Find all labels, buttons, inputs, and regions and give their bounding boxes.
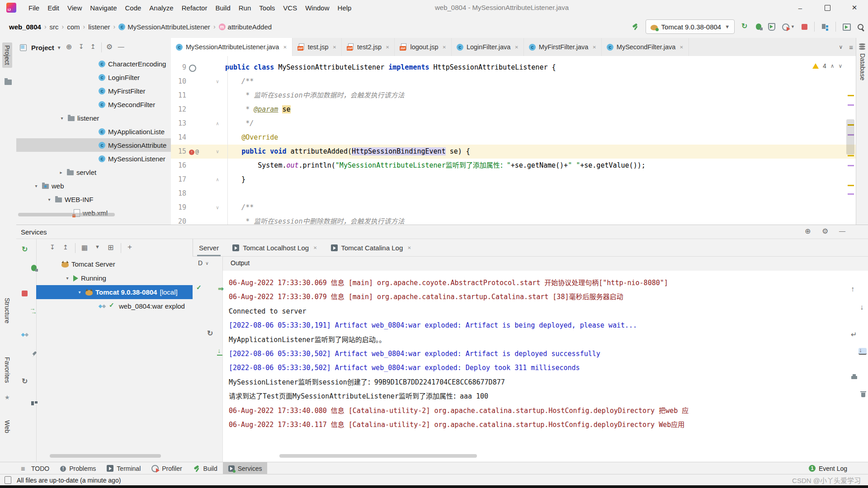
menu-run[interactable]: Run bbox=[235, 2, 255, 14]
menu-refactor[interactable]: Refactor bbox=[178, 2, 212, 14]
breadcrumb-item[interactable]: attributeAdded bbox=[219, 23, 272, 31]
editor-tab[interactable]: MySessionAttributeListener.java✕ bbox=[171, 38, 292, 56]
chevron-down-icon[interactable]: ▾ bbox=[76, 290, 83, 295]
menu-code[interactable]: Code bbox=[121, 2, 145, 14]
close-icon[interactable]: ✕ bbox=[443, 45, 446, 50]
hidden-tabs-chevron-icon[interactable]: ∨ bbox=[839, 44, 843, 50]
menu-tools[interactable]: Tools bbox=[255, 2, 279, 14]
stripe-project-tab[interactable]: Project bbox=[2, 42, 12, 68]
hide-panel-icon[interactable] bbox=[839, 228, 846, 235]
console-tab[interactable]: Server bbox=[199, 239, 219, 256]
toolwindow-build[interactable]: Build bbox=[188, 462, 223, 474]
clear-all-icon[interactable] bbox=[860, 391, 867, 398]
refresh-button[interactable] bbox=[22, 378, 29, 385]
log-output[interactable]: 06-Aug-2022 17:33:30.069 信息 [main] org.a… bbox=[222, 271, 847, 462]
toolwindow-services[interactable]: Services bbox=[223, 462, 268, 474]
stripe-structure-tab[interactable]: Structure bbox=[4, 298, 11, 324]
deployment-button[interactable] bbox=[22, 331, 29, 338]
project-tree-item[interactable]: CharacterEncoding bbox=[16, 57, 171, 70]
project-tree-item[interactable]: ▸servlet bbox=[16, 165, 171, 179]
project-tree-item[interactable]: MyApplicationListe bbox=[16, 125, 171, 138]
fold-marker[interactable]: ∧ bbox=[212, 117, 222, 131]
menu-window[interactable]: Window bbox=[301, 2, 333, 14]
project-tree-item[interactable]: ▾WEB-INF bbox=[16, 192, 171, 206]
console-tab[interactable]: Tomcat Localhost Log✕ bbox=[232, 239, 317, 256]
menu-view[interactable]: View bbox=[63, 2, 86, 14]
filter-icon[interactable] bbox=[94, 244, 102, 252]
project-tree-item[interactable]: ▾listener bbox=[16, 111, 171, 125]
breadcrumb-item[interactable]: src bbox=[50, 23, 59, 31]
gear-icon[interactable] bbox=[106, 44, 113, 51]
menu-navigate[interactable]: Navigate bbox=[86, 2, 121, 14]
project-tree-item[interactable]: MyFirstFilter bbox=[16, 84, 171, 98]
console-tab[interactable]: Tomcat Catalina Log✕ bbox=[331, 239, 411, 256]
editor-tab[interactable]: LoginFilter.java✕ bbox=[452, 38, 524, 56]
services-tree-item[interactable]: ▾Tomcat 9.0.38-0804 [local] bbox=[36, 285, 193, 299]
chevron-down-icon[interactable]: ▼ bbox=[791, 24, 795, 29]
editor-tab[interactable]: test2.jsp✕ bbox=[342, 38, 395, 56]
print-icon[interactable] bbox=[851, 374, 858, 381]
breadcrumb-item[interactable]: MySessionAttributeListener bbox=[118, 23, 210, 31]
hide-panel-icon[interactable] bbox=[118, 44, 125, 51]
stripe-database-tab[interactable]: Database bbox=[859, 53, 866, 80]
toolwindow-problems[interactable]: Problems bbox=[55, 462, 101, 474]
code-area[interactable]: 9public class MySessionAttributeListener… bbox=[171, 56, 856, 229]
tab-list-menu-icon[interactable]: ≡ bbox=[849, 43, 853, 51]
breadcrumb-item[interactable]: web_0804 bbox=[9, 23, 41, 31]
scroll-to-end-icon[interactable] bbox=[859, 348, 867, 355]
fold-marker[interactable]: ∨ bbox=[212, 75, 222, 89]
menu-analyze[interactable]: Analyze bbox=[145, 2, 177, 14]
close-icon[interactable]: ✕ bbox=[313, 245, 317, 250]
collapse-all-icon[interactable] bbox=[90, 44, 97, 51]
run-configuration-select[interactable]: Tomcat 9.0.38-0804 ▼ bbox=[646, 19, 735, 34]
scroll-down-icon[interactable] bbox=[217, 349, 222, 356]
fold-marker[interactable]: ∨ bbox=[212, 201, 222, 215]
add-service-frame-icon[interactable] bbox=[108, 244, 115, 252]
menu-file[interactable]: File bbox=[24, 2, 43, 14]
chevron-right-icon[interactable]: ▸ bbox=[58, 170, 64, 175]
stripe-favorites-tab[interactable]: Favorites bbox=[4, 357, 11, 383]
toolwindow-profiler[interactable]: Profiler bbox=[146, 462, 187, 474]
profiler-button[interactable] bbox=[782, 23, 789, 31]
fold-marker[interactable]: ∧ bbox=[212, 173, 222, 187]
stripe-web-tab[interactable]: Web bbox=[4, 420, 11, 433]
add-icon[interactable] bbox=[127, 244, 134, 252]
soft-wrap-icon[interactable] bbox=[851, 330, 858, 338]
next-problem-icon[interactable]: ∨ bbox=[839, 63, 843, 69]
close-icon[interactable]: ✕ bbox=[514, 45, 518, 50]
expand-all-icon[interactable] bbox=[78, 44, 85, 51]
refresh-icon[interactable] bbox=[207, 330, 214, 338]
close-icon[interactable]: ✕ bbox=[592, 45, 596, 50]
breadcrumb-item[interactable]: com bbox=[67, 23, 80, 31]
editor-tab[interactable]: MySecondFilter.java✕ bbox=[602, 38, 689, 56]
project-tree-item[interactable]: MySessionAttribute bbox=[16, 138, 171, 152]
inspection-widget[interactable]: 4 ∧ ∨ bbox=[812, 62, 842, 70]
project-tree-item[interactable]: MySessionListener bbox=[16, 152, 171, 165]
project-structure-button[interactable] bbox=[821, 23, 829, 30]
chevron-down-icon[interactable]: ▾ bbox=[33, 183, 39, 188]
menu-help[interactable]: Help bbox=[334, 2, 356, 14]
toolwindow-todo[interactable]: TODO bbox=[15, 462, 55, 474]
build-hammer-icon[interactable] bbox=[632, 23, 639, 30]
coverage-button[interactable] bbox=[768, 23, 775, 31]
services-tree-item[interactable]: web_0804:war explod bbox=[36, 299, 193, 313]
update-application-button[interactable] bbox=[29, 308, 37, 315]
search-everywhere-button[interactable] bbox=[858, 24, 863, 30]
toolwindow-terminal[interactable]: Terminal bbox=[101, 462, 146, 474]
services-tree-item[interactable]: ▾Running bbox=[36, 271, 193, 285]
down-arrow-icon[interactable] bbox=[860, 303, 867, 310]
editor-tab[interactable]: MyFirstFilter.java✕ bbox=[524, 38, 602, 56]
close-icon[interactable]: ✕ bbox=[679, 45, 683, 50]
group-icon[interactable] bbox=[81, 244, 89, 252]
deploy-column-header[interactable]: D∨ bbox=[198, 259, 208, 267]
menu-edit[interactable]: Edit bbox=[43, 2, 63, 14]
locate-file-icon[interactable] bbox=[66, 44, 73, 51]
menu-vcs[interactable]: VCS bbox=[279, 2, 301, 14]
chevron-down-icon[interactable]: ▾ bbox=[59, 116, 65, 121]
expand-all-icon[interactable] bbox=[49, 244, 56, 252]
close-icon[interactable]: ✕ bbox=[283, 45, 287, 50]
horizontal-scrollbar[interactable] bbox=[50, 454, 161, 458]
close-icon[interactable]: ✕ bbox=[407, 245, 411, 250]
debug-button[interactable] bbox=[756, 23, 761, 30]
services-tree-item[interactable]: Tomcat Server bbox=[36, 257, 193, 271]
